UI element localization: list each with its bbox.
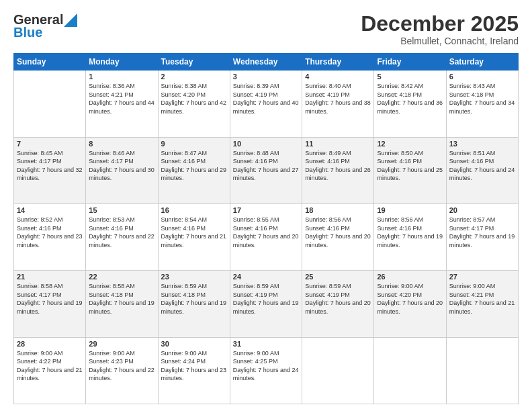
day-info: Sunrise: 9:00 AMSunset: 4:23 PMDaylight:…	[89, 349, 154, 383]
day-cell	[446, 337, 518, 404]
page: General Blue December 2025 Belmullet, Co…	[0, 0, 532, 411]
day-cell: 16Sunrise: 8:54 AMSunset: 4:16 PMDayligh…	[158, 203, 230, 270]
week-row-2: 7Sunrise: 8:45 AMSunset: 4:17 PMDaylight…	[14, 137, 519, 203]
logo-blue-text: Blue	[13, 25, 42, 40]
day-number: 16	[161, 206, 227, 214]
day-number: 30	[161, 340, 227, 348]
day-cell: 11Sunrise: 8:49 AMSunset: 4:16 PMDayligh…	[302, 137, 374, 203]
day-info: Sunrise: 9:00 AMSunset: 4:21 PMDaylight:…	[449, 282, 515, 316]
day-info: Sunrise: 9:00 AMSunset: 4:24 PMDaylight:…	[161, 349, 227, 383]
day-info: Sunrise: 8:56 AMSunset: 4:16 PMDaylight:…	[305, 216, 371, 249]
day-number: 18	[305, 206, 371, 214]
day-number: 28	[17, 340, 83, 348]
day-info: Sunrise: 8:54 AMSunset: 4:16 PMDaylight:…	[161, 216, 227, 249]
header: General Blue December 2025 Belmullet, Co…	[13, 12, 519, 46]
day-number: 13	[449, 140, 515, 148]
day-cell: 23Sunrise: 8:59 AMSunset: 4:18 PMDayligh…	[158, 271, 230, 337]
svg-marker-0	[64, 13, 77, 27]
day-number: 27	[449, 273, 515, 281]
day-info: Sunrise: 8:45 AMSunset: 4:17 PMDaylight:…	[17, 149, 83, 183]
day-info: Sunrise: 8:42 AMSunset: 4:18 PMDaylight:…	[377, 82, 443, 116]
day-cell: 4Sunrise: 8:40 AMSunset: 4:19 PMDaylight…	[302, 71, 374, 137]
col-header-friday: Friday	[374, 54, 446, 71]
day-info: Sunrise: 8:36 AMSunset: 4:21 PMDaylight:…	[89, 82, 154, 116]
day-number: 20	[449, 206, 515, 214]
day-info: Sunrise: 8:52 AMSunset: 4:16 PMDaylight:…	[17, 216, 83, 249]
day-cell: 17Sunrise: 8:55 AMSunset: 4:16 PMDayligh…	[230, 203, 302, 270]
week-row-3: 14Sunrise: 8:52 AMSunset: 4:16 PMDayligh…	[14, 203, 519, 270]
week-row-5: 28Sunrise: 9:00 AMSunset: 4:22 PMDayligh…	[14, 337, 519, 404]
day-number: 17	[233, 206, 299, 214]
week-row-4: 21Sunrise: 8:58 AMSunset: 4:17 PMDayligh…	[14, 271, 519, 337]
day-number: 3	[233, 73, 299, 81]
day-cell: 8Sunrise: 8:46 AMSunset: 4:17 PMDaylight…	[86, 137, 158, 203]
day-cell: 6Sunrise: 8:43 AMSunset: 4:18 PMDaylight…	[446, 71, 518, 137]
day-cell: 15Sunrise: 8:53 AMSunset: 4:16 PMDayligh…	[86, 203, 158, 270]
day-info: Sunrise: 8:58 AMSunset: 4:18 PMDaylight:…	[89, 282, 154, 316]
col-header-tuesday: Tuesday	[158, 54, 230, 71]
day-number: 11	[305, 140, 371, 148]
col-header-wednesday: Wednesday	[230, 54, 302, 71]
day-info: Sunrise: 8:39 AMSunset: 4:19 PMDaylight:…	[233, 82, 299, 116]
day-cell: 31Sunrise: 9:00 AMSunset: 4:25 PMDayligh…	[230, 337, 302, 404]
day-info: Sunrise: 9:00 AMSunset: 4:25 PMDaylight:…	[233, 349, 299, 383]
day-cell: 21Sunrise: 8:58 AMSunset: 4:17 PMDayligh…	[14, 271, 86, 337]
day-info: Sunrise: 8:43 AMSunset: 4:18 PMDaylight:…	[449, 82, 515, 116]
day-cell: 22Sunrise: 8:58 AMSunset: 4:18 PMDayligh…	[86, 271, 158, 337]
day-number: 2	[161, 73, 227, 81]
day-info: Sunrise: 8:57 AMSunset: 4:17 PMDaylight:…	[449, 216, 515, 249]
day-info: Sunrise: 8:59 AMSunset: 4:18 PMDaylight:…	[161, 282, 227, 316]
day-cell: 13Sunrise: 8:51 AMSunset: 4:16 PMDayligh…	[446, 137, 518, 203]
day-cell: 3Sunrise: 8:39 AMSunset: 4:19 PMDaylight…	[230, 71, 302, 137]
day-cell: 2Sunrise: 8:38 AMSunset: 4:20 PMDaylight…	[158, 71, 230, 137]
day-cell: 25Sunrise: 8:59 AMSunset: 4:19 PMDayligh…	[302, 271, 374, 337]
day-info: Sunrise: 9:00 AMSunset: 4:22 PMDaylight:…	[17, 349, 83, 383]
day-cell: 30Sunrise: 9:00 AMSunset: 4:24 PMDayligh…	[158, 337, 230, 404]
col-header-monday: Monday	[86, 54, 158, 71]
day-cell	[374, 337, 446, 404]
day-number: 25	[305, 273, 371, 281]
day-info: Sunrise: 8:53 AMSunset: 4:16 PMDaylight:…	[89, 216, 154, 249]
day-cell: 10Sunrise: 8:48 AMSunset: 4:16 PMDayligh…	[230, 137, 302, 203]
day-number: 4	[305, 73, 371, 81]
day-number: 19	[377, 206, 443, 214]
day-cell: 27Sunrise: 9:00 AMSunset: 4:21 PMDayligh…	[446, 271, 518, 337]
day-number: 22	[89, 273, 154, 281]
day-info: Sunrise: 8:59 AMSunset: 4:19 PMDaylight:…	[233, 282, 299, 316]
col-header-saturday: Saturday	[446, 54, 518, 71]
day-info: Sunrise: 8:38 AMSunset: 4:20 PMDaylight:…	[161, 82, 227, 116]
col-header-sunday: Sunday	[14, 54, 86, 71]
logo-triangle-icon	[64, 13, 77, 27]
day-info: Sunrise: 8:55 AMSunset: 4:16 PMDaylight:…	[233, 216, 299, 249]
day-info: Sunrise: 8:48 AMSunset: 4:16 PMDaylight:…	[233, 149, 299, 183]
day-cell	[14, 71, 86, 137]
day-cell: 14Sunrise: 8:52 AMSunset: 4:16 PMDayligh…	[14, 203, 86, 270]
month-title: December 2025	[361, 12, 519, 36]
day-info: Sunrise: 8:40 AMSunset: 4:19 PMDaylight:…	[305, 82, 371, 116]
day-cell: 5Sunrise: 8:42 AMSunset: 4:18 PMDaylight…	[374, 71, 446, 137]
day-info: Sunrise: 8:47 AMSunset: 4:16 PMDaylight:…	[161, 149, 227, 183]
day-info: Sunrise: 8:51 AMSunset: 4:16 PMDaylight:…	[449, 149, 515, 183]
day-info: Sunrise: 8:49 AMSunset: 4:16 PMDaylight:…	[305, 149, 371, 183]
col-header-thursday: Thursday	[302, 54, 374, 71]
day-number: 1	[89, 73, 154, 81]
day-number: 29	[89, 340, 154, 348]
day-cell: 29Sunrise: 9:00 AMSunset: 4:23 PMDayligh…	[86, 337, 158, 404]
day-number: 10	[233, 140, 299, 148]
day-info: Sunrise: 8:46 AMSunset: 4:17 PMDaylight:…	[89, 149, 154, 183]
day-number: 9	[161, 140, 227, 148]
title-block: December 2025 Belmullet, Connacht, Irela…	[361, 12, 519, 46]
day-cell: 9Sunrise: 8:47 AMSunset: 4:16 PMDaylight…	[158, 137, 230, 203]
day-cell: 19Sunrise: 8:56 AMSunset: 4:16 PMDayligh…	[374, 203, 446, 270]
day-number: 23	[161, 273, 227, 281]
day-number: 8	[89, 140, 154, 148]
day-number: 24	[233, 273, 299, 281]
day-number: 15	[89, 206, 154, 214]
day-number: 7	[17, 140, 83, 148]
day-cell: 26Sunrise: 9:00 AMSunset: 4:20 PMDayligh…	[374, 271, 446, 337]
day-number: 6	[449, 73, 515, 81]
day-cell: 12Sunrise: 8:50 AMSunset: 4:16 PMDayligh…	[374, 137, 446, 203]
calendar-table: SundayMondayTuesdayWednesdayThursdayFrid…	[13, 53, 519, 404]
day-cell: 20Sunrise: 8:57 AMSunset: 4:17 PMDayligh…	[446, 203, 518, 270]
day-info: Sunrise: 8:50 AMSunset: 4:16 PMDaylight:…	[377, 149, 443, 183]
